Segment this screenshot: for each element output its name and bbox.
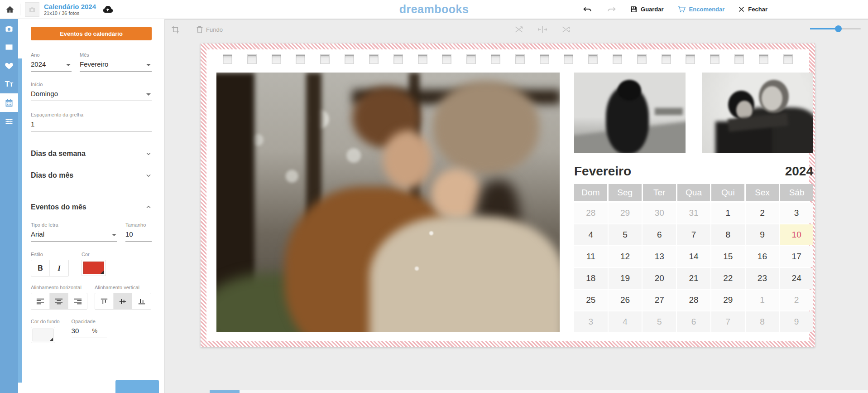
rail-item-text[interactable]: Tт xyxy=(0,75,18,93)
align-left-button[interactable] xyxy=(31,293,50,309)
arrange-tools xyxy=(514,25,571,34)
shuffle-button[interactable] xyxy=(561,25,571,34)
align-top-button[interactable] xyxy=(95,293,114,309)
photo-shape xyxy=(383,131,432,189)
opacity-input[interactable] xyxy=(72,324,90,338)
calendar-page[interactable]: Fevereiro 2024 DomSegTerQuaQuiSexSáb 282… xyxy=(201,44,815,347)
binding-hole xyxy=(588,54,598,64)
opacity-unit: % xyxy=(92,327,98,338)
binding-hole xyxy=(320,54,330,64)
undo-button[interactable] xyxy=(583,5,593,15)
rail-item-photos[interactable] xyxy=(0,19,18,38)
horizontal-scrollbar[interactable] xyxy=(210,390,868,393)
close-label: Fechar xyxy=(748,6,767,13)
flip-horizontal-icon xyxy=(538,25,547,34)
align-center-button[interactable] xyxy=(50,293,68,309)
style-group: Estilo B I xyxy=(31,252,69,277)
small-photo-2[interactable] xyxy=(702,73,813,153)
close-button[interactable]: Fechar xyxy=(738,6,767,13)
calendar-day-cell: 29 xyxy=(711,290,745,311)
delete-background-button[interactable]: Fundo xyxy=(196,25,223,34)
start-day-select[interactable]: Início Domingo xyxy=(31,82,152,101)
chevron-down-icon xyxy=(146,93,151,96)
bg-color-picker[interactable] xyxy=(31,327,55,343)
opacity-group: Opacidade % xyxy=(72,319,107,343)
project-title: Calendário 2024 xyxy=(44,3,96,10)
weekday-header-cell: Sex xyxy=(746,184,779,201)
zoom-slider-thumb[interactable] xyxy=(835,25,842,32)
align-middle-button[interactable] xyxy=(114,293,132,309)
calendar-day-cell: 9 xyxy=(746,224,779,245)
font-size-input[interactable] xyxy=(125,230,152,238)
zoom-slider[interactable] xyxy=(810,28,861,29)
project-thumbnail[interactable] xyxy=(25,2,39,17)
photo-shape xyxy=(415,267,419,271)
undo-icon xyxy=(583,5,593,15)
photo-shape xyxy=(655,108,683,115)
grid-spacing-input[interactable] xyxy=(31,120,152,128)
small-photo-1[interactable] xyxy=(574,73,686,153)
horizontal-scrollbar-thumb[interactable] xyxy=(210,390,240,393)
redo-button[interactable] xyxy=(606,5,616,15)
section-weekdays-label: Dias da semana xyxy=(31,150,86,158)
align-bottom-icon xyxy=(138,298,146,305)
weekday-header-row: DomSegTerQuaQuiSexSáb xyxy=(574,184,813,201)
align-top-icon xyxy=(100,298,108,305)
section-weekdays[interactable]: Dias da semana xyxy=(31,150,152,158)
apply-button[interactable] xyxy=(115,380,159,393)
image-icon xyxy=(5,43,14,52)
font-family-select[interactable]: Tipo de letra Arial xyxy=(31,222,117,242)
cloud-sync-button[interactable] xyxy=(102,4,113,15)
binding-hole xyxy=(759,54,768,64)
weekday-header-cell: Sáb xyxy=(780,184,813,201)
binding-hole xyxy=(466,54,476,64)
rail-item-adjustments[interactable] xyxy=(0,112,18,131)
sliders-icon xyxy=(5,117,14,126)
calendar-title[interactable]: Fevereiro 2024 xyxy=(574,164,813,179)
calendar-day-cell: 25 xyxy=(574,290,608,311)
rail-item-favorites[interactable] xyxy=(0,56,18,75)
binding-hole xyxy=(272,54,281,64)
home-button[interactable] xyxy=(0,5,20,14)
calendar-day-cell: 31 xyxy=(677,203,710,223)
swap-photos-button[interactable] xyxy=(514,25,523,34)
section-events[interactable]: Eventos do mês xyxy=(31,203,152,211)
calendar-day-cell: 20 xyxy=(643,268,676,289)
panel-scrollbar[interactable] xyxy=(18,58,22,383)
start-day-value: Domingo xyxy=(31,87,152,101)
calendar-day-cell: 30 xyxy=(643,203,676,223)
font-family-label: Tipo de letra xyxy=(31,222,117,228)
calendar-event-day: 10 xyxy=(780,224,813,245)
calendar-events-button[interactable]: Eventos do calendário xyxy=(31,27,152,40)
text-icon: Tт xyxy=(5,80,14,89)
calendar-day-cell: 12 xyxy=(609,246,642,267)
calendar-day-cell: 18 xyxy=(574,268,608,289)
calendar-day-grid[interactable]: 2829303112345678910111213141516171819202… xyxy=(574,203,813,332)
rail-item-calendar[interactable] xyxy=(0,93,18,112)
project-info: Calendário 2024 21x10 / 36 fotos xyxy=(44,3,96,16)
main-photo[interactable] xyxy=(216,73,560,332)
binding-hole xyxy=(345,54,354,64)
bg-color-swatch xyxy=(33,329,53,341)
year-select[interactable]: Ano 2024 xyxy=(31,52,72,72)
valign-label: Alinhamento vertical xyxy=(95,285,151,290)
order-button[interactable]: Encomendar xyxy=(677,5,725,14)
flip-horizontal-button[interactable] xyxy=(538,25,547,34)
crop-button[interactable] xyxy=(171,25,180,34)
calendar-day-cell: 29 xyxy=(609,203,642,223)
font-color-picker[interactable] xyxy=(82,260,106,276)
rail-item-layouts[interactable] xyxy=(0,38,18,56)
calendar-day-cell: 1 xyxy=(746,290,779,311)
cloud-upload-icon xyxy=(102,4,113,15)
grid-spacing-field: Espaçamento da grelha xyxy=(31,112,152,131)
year-label: Ano xyxy=(31,52,72,58)
bold-button[interactable]: B xyxy=(31,260,50,276)
save-button[interactable]: Guardar xyxy=(630,5,664,13)
month-select[interactable]: Mês Fevereiro xyxy=(80,52,152,72)
section-monthdays[interactable]: Dias do mês xyxy=(31,171,152,180)
italic-button[interactable]: I xyxy=(50,260,68,276)
shuffle-icon xyxy=(561,25,571,34)
align-right-button[interactable] xyxy=(68,293,87,309)
align-bottom-button[interactable] xyxy=(132,293,151,309)
grid-spacing-label: Espaçamento da grelha xyxy=(31,112,152,117)
